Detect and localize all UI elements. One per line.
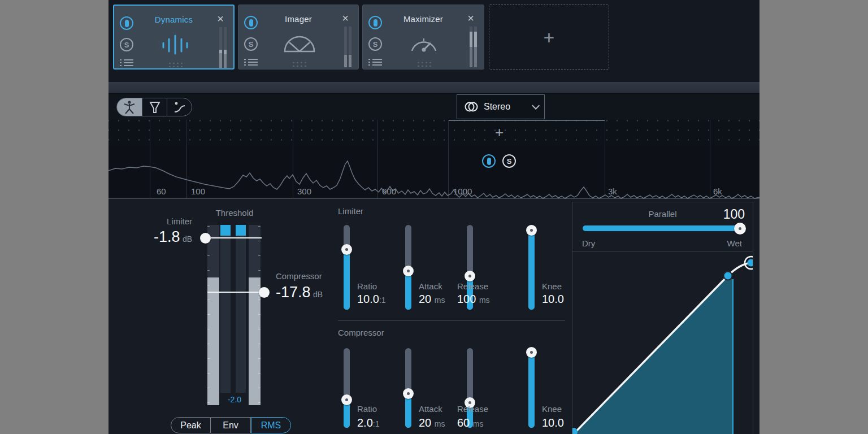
compressor-threshold-handle[interactable]: [259, 287, 270, 298]
curve-node-bottom[interactable]: [572, 428, 578, 434]
slider-label: Release: [457, 281, 488, 291]
parallel-slider-handle[interactable]: [734, 223, 746, 235]
freq-tick-label: 60: [157, 186, 166, 196]
preset-list-icon[interactable]: [244, 57, 258, 66]
slider-value: 10.0: [542, 416, 564, 429]
solo-icon[interactable]: S: [368, 37, 382, 51]
close-icon[interactable]: ×: [340, 14, 350, 24]
threshold-label: Threshold: [207, 208, 262, 218]
slider-label: Attack: [419, 404, 442, 414]
module-chain: Dynamics × S Imager × S: [108, 0, 760, 82]
solo-icon[interactable]: S: [120, 38, 133, 51]
module-card-imager[interactable]: Imager × S: [238, 5, 359, 70]
meter-ticks-left: [207, 226, 210, 405]
crossover-band-row[interactable]: +: [108, 120, 760, 146]
stick-figure-icon: [123, 100, 136, 115]
parallel-slider[interactable]: [583, 225, 743, 231]
freq-tick-label: 100: [191, 186, 205, 196]
compressor-knee-slider[interactable]: [528, 348, 535, 428]
detection-mode-rms[interactable]: RMS: [251, 417, 291, 433]
limiter-ratio-handle[interactable]: [341, 244, 352, 255]
limiter-section-title: Limiter: [338, 206, 363, 216]
compressor-section-title: Compressor: [338, 328, 384, 337]
dynamics-waveform-icon: [159, 34, 192, 55]
freq-tick-label: 600: [382, 186, 396, 196]
limiter-release-handle[interactable]: [465, 271, 475, 281]
threshold-view-button[interactable]: [142, 98, 167, 116]
curve-node-top[interactable]: [748, 259, 753, 267]
compressor-threshold-value[interactable]: -17.8 dB: [276, 284, 349, 301]
add-module-slot[interactable]: +: [489, 5, 609, 70]
channel-selector-dropdown[interactable]: Stereo: [457, 94, 545, 119]
module-card-maximizer[interactable]: Maximizer × S: [362, 5, 484, 70]
selected-band-highlight: [448, 120, 605, 121]
plus-icon: +: [544, 28, 555, 47]
freq-tick-label: 300: [297, 186, 311, 196]
limiter-threshold-handle[interactable]: [200, 233, 211, 244]
spectrum-curve: [108, 146, 760, 199]
slider-value: 10.0:1: [357, 293, 386, 306]
slider-value: 10.0: [542, 293, 564, 306]
stereo-channels-icon: [464, 101, 479, 112]
limiter-threshold-value[interactable]: -1.8 dB: [120, 228, 192, 246]
plugin-window: Dynamics × S Imager × S: [108, 0, 760, 434]
module-meter: [219, 27, 227, 68]
preset-list-icon[interactable]: [120, 58, 133, 67]
curve-node-knee[interactable]: [724, 272, 732, 280]
limiter-knee-handle[interactable]: [526, 225, 537, 236]
compressor-ratio-slider[interactable]: [344, 348, 350, 428]
add-band-icon[interactable]: +: [495, 124, 504, 141]
solo-icon[interactable]: S: [244, 37, 258, 51]
meter-inner-right: [236, 236, 246, 393]
drag-handle-icon[interactable]: [292, 61, 306, 67]
detection-filter-view-button[interactable]: [117, 98, 142, 116]
band-solo-icon[interactable]: S: [502, 154, 516, 168]
compressor-attack-handle[interactable]: [403, 388, 414, 399]
resize-strip: [108, 82, 760, 94]
transfer-curve-graph[interactable]: [572, 251, 753, 434]
slider-value: 20 ms: [419, 293, 445, 306]
slider-label: Knee: [542, 281, 562, 291]
limiter-attack-handle[interactable]: [403, 266, 414, 276]
close-icon[interactable]: ×: [466, 14, 476, 24]
limiter-knee-slider[interactable]: [528, 225, 535, 310]
slider-value: 20 ms: [419, 416, 445, 429]
preset-list-icon[interactable]: [368, 57, 382, 66]
freq-tick-label: 1000: [453, 186, 472, 196]
transfer-curve-view-button[interactable]: [167, 98, 192, 116]
slider-value: 2.0:1: [357, 416, 380, 429]
drag-handle-icon[interactable]: [416, 61, 431, 67]
imager-vectorscope-icon: [283, 36, 316, 54]
curve-icon: [173, 101, 186, 114]
channel-selector-value: Stereo: [484, 102, 527, 112]
slider-label: Release: [457, 404, 488, 414]
slider-value: 60 ms: [457, 416, 483, 429]
limiter-threshold-line[interactable]: [205, 237, 262, 238]
meter-inner-right-over: [236, 225, 246, 236]
spectrum-analyzer[interactable]: S 60 100 300 600 1000 3k 6k: [108, 146, 760, 199]
drag-handle-icon[interactable]: [168, 62, 183, 67]
slider-value: 100 ms: [457, 293, 490, 306]
compressor-threshold-label: Compressor: [276, 271, 330, 281]
compressor-release-slider[interactable]: [467, 348, 473, 428]
compressor-ratio-handle[interactable]: [341, 394, 352, 405]
close-icon[interactable]: ×: [215, 14, 225, 24]
compressor-knee-handle[interactable]: [526, 347, 537, 358]
meter-floor-value: -2.0: [207, 395, 262, 404]
meter-inner-left: [220, 236, 231, 393]
dynamics-detail-panel: Threshold Limiter -1.8 dB -2.0 Compresso…: [108, 199, 760, 434]
freq-tick-label: 3k: [608, 186, 617, 196]
limiter-threshold-label: Limiter: [142, 216, 192, 226]
compressor-threshold-line[interactable]: [207, 292, 266, 293]
module-card-dynamics[interactable]: Dynamics × S: [113, 5, 235, 70]
slider-label: Ratio: [357, 404, 377, 414]
detection-mode-env[interactable]: Env: [211, 417, 251, 433]
dry-label: Dry: [582, 238, 595, 248]
detection-mode-peak[interactable]: Peak: [171, 417, 211, 433]
maximizer-gauge-icon: [409, 35, 439, 53]
freq-tick-label: 6k: [713, 186, 722, 196]
meter-inner-left-over: [220, 225, 231, 236]
limiter-ratio-slider[interactable]: [344, 225, 350, 310]
band-power-icon[interactable]: [482, 154, 496, 168]
parallel-value[interactable]: 100: [723, 207, 745, 222]
